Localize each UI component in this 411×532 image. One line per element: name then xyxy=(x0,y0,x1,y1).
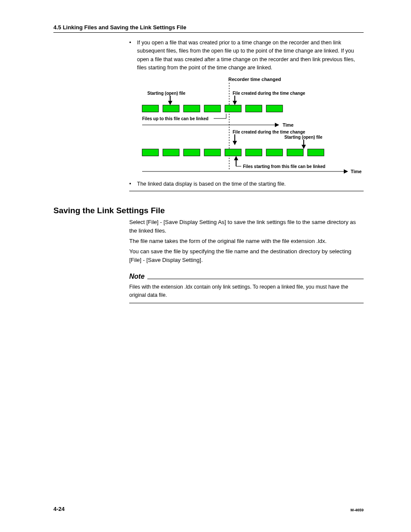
svg-rect-10 xyxy=(266,105,283,112)
svg-rect-23 xyxy=(266,149,283,156)
down-arrow-icon xyxy=(233,134,237,145)
down-arrow-icon xyxy=(168,96,172,105)
diagram-title: Recorder time changed xyxy=(228,77,281,82)
up-arrow-icon xyxy=(234,156,241,166)
svg-marker-3 xyxy=(233,101,237,105)
bullet-dot-icon: • xyxy=(129,39,137,72)
arrow-right-icon xyxy=(344,169,348,174)
bullet-text: If you open a file that was created prio… xyxy=(137,39,364,72)
note-body: Files with the extension .ldx contain on… xyxy=(129,280,364,303)
heading-saving-link-settings: Saving the Link Settings File xyxy=(53,206,364,215)
svg-rect-5 xyxy=(163,105,179,112)
file-blocks-row1 xyxy=(142,105,283,112)
section-header: 4.5 Linking Files and Saving the Link Se… xyxy=(53,24,364,33)
svg-rect-17 xyxy=(142,149,159,156)
svg-rect-20 xyxy=(204,149,221,156)
label-files-starting-from: Files starting from this file can be lin… xyxy=(243,164,325,169)
svg-rect-6 xyxy=(184,105,200,112)
file-blocks-row2 xyxy=(142,149,324,156)
svg-marker-14 xyxy=(233,141,237,145)
svg-rect-21 xyxy=(225,149,241,156)
svg-rect-22 xyxy=(246,149,262,156)
label-file-created-change: File created during the time change xyxy=(233,91,305,96)
note-title: Note xyxy=(129,273,147,280)
page-footer: 4-24 M-4659 xyxy=(53,506,364,512)
svg-marker-1 xyxy=(168,101,172,105)
note-rule xyxy=(147,279,364,279)
paragraph: Select [File] - [Save Display Setting As… xyxy=(129,218,364,235)
svg-rect-8 xyxy=(225,105,241,112)
label-file-created-change-2: File created during the time change xyxy=(233,130,305,134)
svg-marker-27 xyxy=(234,156,238,160)
bullet-dot-icon: • xyxy=(129,180,137,188)
label-starting-file-2: Starting (open) file xyxy=(284,135,323,140)
down-arrow-icon xyxy=(302,140,306,149)
time-label-2: Time xyxy=(351,169,361,174)
horizontal-rule xyxy=(129,191,364,191)
arrow-right-icon xyxy=(275,123,279,127)
label-files-up-to: Files up to this file can be linked xyxy=(142,116,209,121)
svg-rect-24 xyxy=(287,149,303,156)
bullet-text: The linked data display is based on the … xyxy=(137,180,364,188)
bullet-item: • If you open a file that was created pr… xyxy=(129,39,364,72)
paragraph: The file name takes the form of the orig… xyxy=(129,237,364,246)
manual-number: M-4659 xyxy=(350,508,364,512)
note-heading: Note xyxy=(129,273,364,280)
down-arrow-icon xyxy=(233,96,237,105)
timing-diagram: Recorder time changed Starting (open) fi… xyxy=(129,75,364,176)
bullet-item: • The linked data display is based on th… xyxy=(129,180,364,188)
svg-rect-4 xyxy=(142,105,159,112)
svg-rect-18 xyxy=(163,149,179,156)
svg-rect-9 xyxy=(246,105,262,112)
label-starting-file: Starting (open) file xyxy=(147,91,186,96)
svg-rect-19 xyxy=(184,149,200,156)
page-number: 4-24 xyxy=(53,506,65,512)
paragraph: You can save the file by specifying the … xyxy=(129,247,364,264)
svg-rect-7 xyxy=(204,105,221,112)
svg-rect-25 xyxy=(308,149,324,156)
svg-marker-16 xyxy=(302,145,306,149)
time-label: Time xyxy=(283,122,293,128)
